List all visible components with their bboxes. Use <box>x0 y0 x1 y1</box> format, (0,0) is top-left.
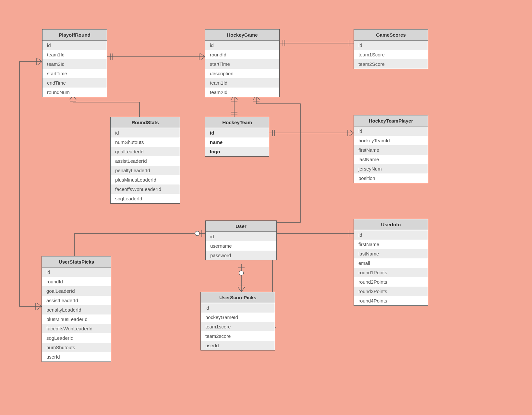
field: hockeyGameId <box>201 313 275 322</box>
entity-gamescores[interactable]: GameScores id team1Score team2Score <box>354 29 428 69</box>
field: password <box>206 251 276 260</box>
entity-userinfo[interactable]: UserInfo id firstName lastName email rou… <box>354 219 428 306</box>
svg-line-20 <box>349 133 354 136</box>
field: id <box>354 230 428 240</box>
entity-title: RoundStats <box>111 117 180 128</box>
field: id <box>354 126 428 136</box>
field: round1Points <box>354 268 428 277</box>
field: plusMinusLeaderId <box>42 314 111 324</box>
field: team1score <box>201 322 275 331</box>
entity-user[interactable]: User id username password <box>205 220 277 260</box>
field: goalLeaderId <box>42 286 111 296</box>
field: id <box>42 41 107 50</box>
field: plusMinusLeaderId <box>111 175 180 184</box>
svg-line-42 <box>241 287 245 292</box>
field: round2Points <box>354 277 428 287</box>
svg-point-39 <box>239 271 244 275</box>
field: team2Id <box>42 59 107 69</box>
entity-title: HockeyTeam <box>205 117 269 128</box>
field: goalLeaderId <box>111 147 180 156</box>
field: round4Points <box>354 296 428 305</box>
field: team2Score <box>354 59 428 69</box>
svg-line-32 <box>37 306 42 310</box>
field: endTime <box>42 78 107 88</box>
field: id <box>205 41 279 50</box>
field: id <box>354 41 428 50</box>
field: username <box>206 241 276 251</box>
field: roundId <box>205 50 279 59</box>
entity-title: UserStatsPicks <box>42 256 111 267</box>
field: team1Id <box>205 78 279 88</box>
field: logo <box>205 147 269 156</box>
svg-point-34 <box>195 231 200 236</box>
field: email <box>354 258 428 268</box>
field: id <box>205 128 269 137</box>
field: penaltyLeaderId <box>111 166 180 175</box>
field: name <box>205 137 269 147</box>
field: team1Score <box>354 50 428 59</box>
field: faceoffsWonLeaderId <box>111 184 180 194</box>
er-diagram-canvas: PlayoffRound id team1Id team2Id startTim… <box>0 0 532 415</box>
field: lastName <box>354 155 428 164</box>
field: userId <box>42 352 111 362</box>
field: startTime <box>42 69 107 78</box>
field: penaltyLeaderId <box>42 305 111 314</box>
field: id <box>111 128 180 137</box>
entity-hockeyteamplayer[interactable]: HockeyTeamPlayer id hockeyTeamId firstNa… <box>354 115 428 183</box>
entity-title: GameScores <box>354 30 428 41</box>
entity-title: UserInfo <box>354 219 428 230</box>
entity-userscorepicks[interactable]: UserScorePicks id hockeyGameId team1scor… <box>200 292 275 350</box>
field: roundId <box>42 277 111 286</box>
svg-line-19 <box>349 130 354 133</box>
field: faceoffsWonLeaderId <box>42 324 111 333</box>
field: round3Points <box>354 287 428 296</box>
field: lastName <box>354 249 428 258</box>
field: firstName <box>354 240 428 249</box>
field: userId <box>201 341 275 350</box>
field: id <box>42 267 111 277</box>
field: numShutouts <box>42 343 111 352</box>
field: position <box>354 173 428 183</box>
entity-roundstats[interactable]: RoundStats id numShutouts goalLeaderId a… <box>110 117 180 204</box>
entity-userstatspicks[interactable]: UserStatsPicks id roundId goalLeaderId a… <box>42 256 111 362</box>
svg-line-41 <box>238 287 241 292</box>
svg-line-29 <box>38 62 42 65</box>
field: numShutouts <box>111 137 180 147</box>
field: assistLeaderId <box>111 156 180 166</box>
field: id <box>201 303 275 313</box>
svg-line-28 <box>38 58 42 62</box>
field: startTime <box>205 59 279 69</box>
field: description <box>205 69 279 78</box>
field: sogLeaderId <box>111 194 180 203</box>
entity-title: HockeyGame <box>205 30 279 41</box>
entity-title: UserScorePicks <box>201 292 275 303</box>
field: team1Id <box>42 50 107 59</box>
svg-line-3 <box>200 57 205 60</box>
entity-playoffround[interactable]: PlayoffRound id team1Id team2Id startTim… <box>42 29 107 97</box>
entity-hockeyteam[interactable]: HockeyTeam id name logo <box>205 117 269 157</box>
entity-title: HockeyTeamPlayer <box>354 115 428 126</box>
field: sogLeaderId <box>42 333 111 343</box>
svg-line-2 <box>200 53 205 57</box>
field: roundNum <box>42 88 107 97</box>
entity-hockeygame[interactable]: HockeyGame id roundId startTime descript… <box>205 29 280 97</box>
field: id <box>206 232 276 241</box>
svg-line-31 <box>37 303 42 306</box>
field: hockeyTeamId <box>354 136 428 145</box>
field: team2score <box>201 331 275 341</box>
field: jerseyNum <box>354 164 428 173</box>
entity-title: User <box>206 221 276 232</box>
entity-title: PlayoffRound <box>42 30 107 41</box>
field: team2Id <box>205 88 279 97</box>
field: assistLeaderId <box>42 296 111 305</box>
field: firstName <box>354 145 428 155</box>
